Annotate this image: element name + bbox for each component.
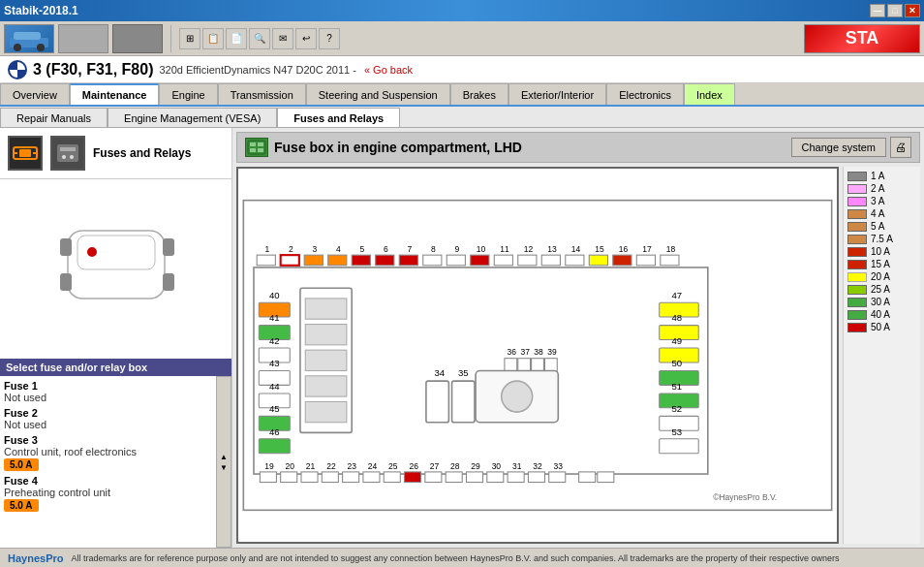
legend-label-10a: 10 A xyxy=(871,246,890,257)
print-button[interactable]: 🖨 xyxy=(890,137,911,158)
tab-overview[interactable]: Overview xyxy=(0,83,70,105)
fuse-item-2[interactable]: Fuse 2 Not used xyxy=(4,407,212,430)
svg-point-18 xyxy=(87,247,97,257)
sub-tabs: Repair Manuals Engine Management (VESA) … xyxy=(0,107,924,128)
legend-color-1a xyxy=(847,172,867,181)
svg-rect-57 xyxy=(589,255,607,266)
svg-rect-47 xyxy=(352,255,370,266)
toolbar-icon-4[interactable]: 🔍 xyxy=(249,28,270,49)
svg-text:10: 10 xyxy=(477,244,486,254)
svg-text:36: 36 xyxy=(508,348,517,358)
toolbar-icon-3[interactable]: 📄 xyxy=(226,28,247,49)
tab-index[interactable]: Index xyxy=(684,83,735,105)
svg-text:41: 41 xyxy=(269,312,280,323)
change-system-button[interactable]: Change system xyxy=(791,138,886,157)
tab-maintenance[interactable]: Maintenance xyxy=(70,83,160,105)
toolbar-icon-7[interactable]: ? xyxy=(319,28,340,49)
legend-item-30a: 30 A xyxy=(847,297,916,307)
car-thumbnail-2[interactable] xyxy=(58,24,108,53)
svg-text:35: 35 xyxy=(458,367,469,378)
svg-text:48: 48 xyxy=(672,312,683,323)
svg-text:26: 26 xyxy=(409,461,418,471)
vehicle-desc: 320d EfficientDynamics N47 D20C 2011 - xyxy=(160,64,356,76)
fuse-2-title: Fuse 2 xyxy=(4,407,212,419)
toolbar-icon-5[interactable]: ✉ xyxy=(272,28,293,49)
legend-label-4a: 4 A xyxy=(871,208,884,219)
legend-color-5a xyxy=(847,222,867,232)
fuse-1-title: Fuse 1 xyxy=(4,380,212,392)
scroll-bar[interactable]: ▲ ▼ xyxy=(216,376,231,548)
app-logo: STA xyxy=(804,24,920,53)
svg-rect-133 xyxy=(425,472,442,483)
tab-transmission[interactable]: Transmission xyxy=(218,83,306,105)
svg-rect-91 xyxy=(305,299,347,319)
fuse-3-desc: Control unit, roof electronics xyxy=(4,446,212,457)
car-thumbnail-3[interactable] xyxy=(112,24,163,53)
svg-text:23: 23 xyxy=(347,461,356,471)
sub-tab-fuses[interactable]: Fuses and Relays xyxy=(277,108,400,127)
toolbar-icon-2[interactable]: 📋 xyxy=(202,28,224,49)
svg-point-3 xyxy=(37,44,45,51)
svg-rect-55 xyxy=(541,255,560,266)
svg-rect-75 xyxy=(259,439,290,454)
legend-item-10a: 10 A xyxy=(847,246,916,257)
relay-icon xyxy=(50,136,85,171)
svg-rect-140 xyxy=(579,472,596,483)
legend-color-15a xyxy=(847,260,867,269)
fuse-item-3[interactable]: Fuse 3 Control unit, roof electronics 5.… xyxy=(4,434,212,471)
fuse-item-4[interactable]: Fuse 4 Preheating control unit 5.0 A xyxy=(4,475,212,512)
sub-tab-repair[interactable]: Repair Manuals xyxy=(0,108,108,127)
svg-text:24: 24 xyxy=(368,461,378,471)
tab-engine[interactable]: Engine xyxy=(159,83,217,105)
svg-text:13: 13 xyxy=(547,244,557,254)
svg-rect-138 xyxy=(528,472,544,483)
tab-steering[interactable]: Steering and Suspension xyxy=(306,83,450,105)
svg-rect-46 xyxy=(328,255,347,266)
svg-text:11: 11 xyxy=(500,244,509,254)
fuse-item-1[interactable]: Fuse 1 Not used xyxy=(4,380,212,403)
svg-rect-128 xyxy=(322,472,338,483)
svg-text:30: 30 xyxy=(492,461,502,471)
vehicle-header: 3 (F30, F31, F80) 320d EfficientDynamics… xyxy=(0,56,924,83)
car-thumbnail-1[interactable] xyxy=(4,24,54,53)
svg-point-11 xyxy=(70,155,74,159)
toolbar-icon-6[interactable]: ↩ xyxy=(295,28,317,49)
svg-text:39: 39 xyxy=(547,348,557,358)
tab-exterior[interactable]: Exterior/Interior xyxy=(508,83,606,105)
svg-rect-59 xyxy=(636,255,655,266)
fuse-2-desc: Not used xyxy=(4,419,212,430)
toolbar-icon-1[interactable]: ⊞ xyxy=(179,28,200,49)
svg-text:17: 17 xyxy=(642,244,652,254)
svg-point-10 xyxy=(62,155,66,159)
maximize-button[interactable]: □ xyxy=(887,4,903,17)
svg-text:21: 21 xyxy=(306,461,316,471)
svg-text:25: 25 xyxy=(388,461,398,471)
tab-electronics[interactable]: Electronics xyxy=(606,83,684,105)
close-button[interactable]: ✕ xyxy=(905,4,920,17)
tab-brakes[interactable]: Brakes xyxy=(450,83,508,105)
sub-tab-engine-mgmt[interactable]: Engine Management (VESA) xyxy=(108,108,277,127)
svg-text:42: 42 xyxy=(269,335,280,346)
svg-rect-58 xyxy=(613,255,631,266)
fuse-diagram: 1 2 3 4 5 6 7 8 9 10 11 12 13 14 15 16 1 xyxy=(236,167,839,544)
svg-rect-7 xyxy=(19,149,31,157)
svg-text:52: 52 xyxy=(672,403,683,414)
legend-color-75a xyxy=(847,235,867,244)
left-panel: Fuses and Relays Select fuse and/or rela… xyxy=(0,128,232,548)
svg-rect-44 xyxy=(281,255,299,266)
go-back-link[interactable]: « Go back xyxy=(364,64,413,76)
svg-text:50: 50 xyxy=(672,358,683,368)
minimize-button[interactable]: — xyxy=(870,4,885,17)
legend-color-20a xyxy=(847,272,867,282)
svg-rect-136 xyxy=(487,472,504,483)
svg-rect-92 xyxy=(305,325,347,345)
toolbar: ⊞ 📋 📄 🔍 ✉ ↩ ? STA xyxy=(0,21,924,56)
svg-text:47: 47 xyxy=(672,290,683,300)
svg-text:44: 44 xyxy=(269,381,280,392)
main-tabs: Overview Maintenance Engine Transmission… xyxy=(0,83,924,107)
svg-text:43: 43 xyxy=(269,358,280,368)
svg-rect-53 xyxy=(494,255,512,266)
fuse-box-title-group: Fuse box in engine compartment, LHD xyxy=(245,138,522,157)
legend-label-3a: 3 A xyxy=(871,196,884,206)
svg-rect-52 xyxy=(471,255,489,266)
